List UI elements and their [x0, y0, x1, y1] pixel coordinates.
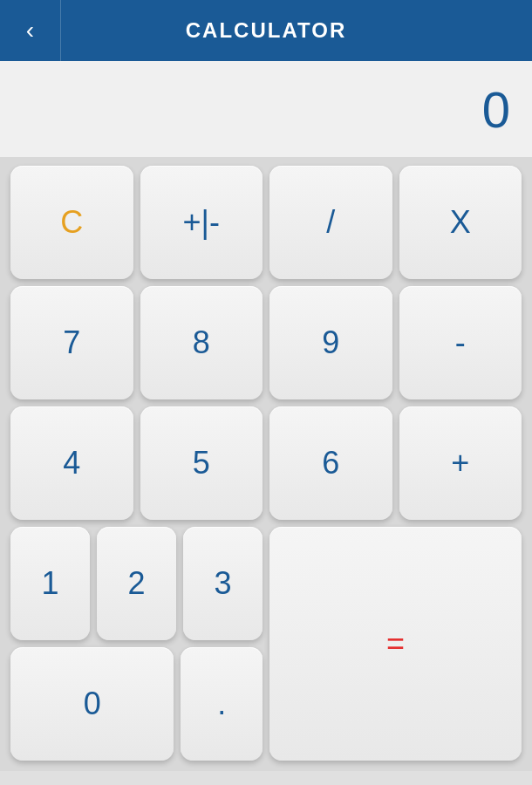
- add-button[interactable]: +: [399, 406, 522, 520]
- app-title: CALCULATOR: [186, 18, 346, 43]
- back-button[interactable]: ‹: [0, 0, 61, 61]
- digit-8-button[interactable]: 8: [140, 286, 263, 399]
- divide-button[interactable]: /: [269, 166, 392, 279]
- multiply-button[interactable]: X: [399, 166, 522, 279]
- subtract-button[interactable]: -: [399, 286, 522, 399]
- digit-9-button[interactable]: 9: [269, 286, 392, 399]
- digit-6-button[interactable]: 6: [269, 406, 392, 520]
- header: ‹ CALCULATOR: [0, 0, 532, 61]
- button-row-5: 0 .: [10, 647, 263, 761]
- button-row-4: 1 2 3: [10, 527, 263, 640]
- left-bottom-cols: 1 2 3 0 .: [10, 527, 263, 761]
- calculator-body: C +|- / X 7 8 9 - 4 5 6 + 1 2 3 0 .: [0, 157, 532, 771]
- decimal-button[interactable]: .: [181, 647, 263, 761]
- button-row-1: C +|- / X: [10, 166, 522, 279]
- display-area: 0: [0, 61, 532, 157]
- toggle-sign-button[interactable]: +|-: [140, 166, 263, 279]
- back-icon: ‹: [26, 17, 34, 44]
- bottom-rows: 1 2 3 0 . =: [10, 527, 522, 761]
- clear-button[interactable]: C: [10, 166, 133, 279]
- equals-button[interactable]: =: [269, 527, 522, 761]
- button-row-3: 4 5 6 +: [10, 406, 522, 520]
- display-value: 0: [482, 80, 510, 139]
- digit-2-button[interactable]: 2: [97, 527, 176, 640]
- digit-4-button[interactable]: 4: [10, 406, 133, 520]
- digit-3-button[interactable]: 3: [183, 527, 263, 640]
- digit-0-button[interactable]: 0: [10, 647, 174, 761]
- button-row-2: 7 8 9 -: [10, 286, 522, 399]
- digit-1-button[interactable]: 1: [10, 527, 90, 640]
- digit-5-button[interactable]: 5: [140, 406, 263, 520]
- digit-7-button[interactable]: 7: [10, 286, 133, 399]
